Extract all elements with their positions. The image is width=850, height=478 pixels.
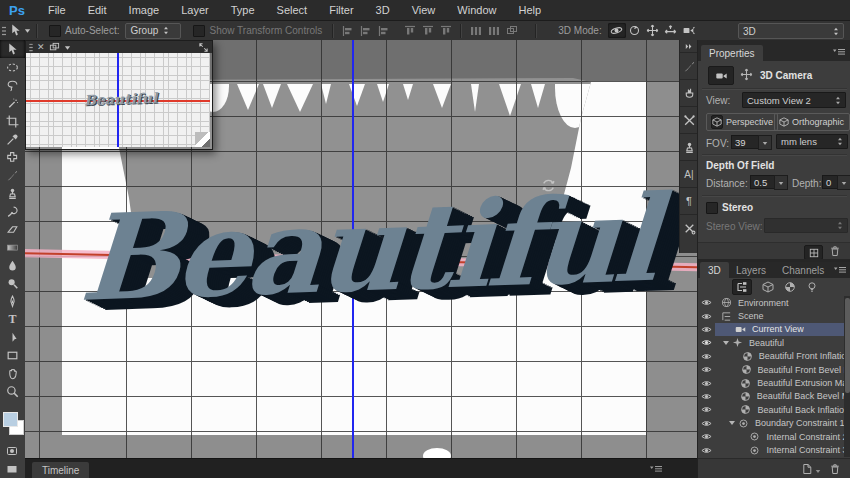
depth-stepper-button[interactable] — [837, 175, 850, 190]
tool-preset-caret-icon[interactable] — [24, 27, 31, 34]
options-grip-icon[interactable] — [2, 26, 6, 36]
brush-presets-button[interactable] — [680, 79, 697, 106]
stereo-checkbox[interactable] — [706, 202, 718, 214]
visibility-eye-icon[interactable] — [698, 297, 715, 308]
perspective-button[interactable]: Perspective — [706, 113, 778, 131]
scrollbar-thumb[interactable] — [845, 298, 850, 393]
brush-panel-button[interactable] — [680, 52, 697, 79]
delete-icon[interactable] — [829, 245, 841, 257]
3d-orbit-mode-button[interactable] — [608, 23, 626, 38]
tree-row-material[interactable]: Beautiful Front Bevel Mat... — [698, 363, 844, 376]
tree-row-material[interactable]: Beautiful Back Inflation M... — [698, 403, 844, 416]
move-tool-preset-icon[interactable] — [9, 24, 22, 37]
menu-image[interactable]: Image — [118, 4, 171, 16]
clone-source-button[interactable] — [680, 133, 697, 160]
distribute-horizontal-icon[interactable] — [470, 25, 482, 37]
expand-panels-button[interactable] — [680, 40, 697, 52]
secondary-view-close-icon[interactable]: ✕ — [37, 43, 45, 52]
auto-select-target-dropdown[interactable]: Group — [125, 23, 181, 39]
tree-row-beautiful[interactable]: Beautiful — [698, 336, 844, 349]
tool-presets-button[interactable] — [680, 214, 697, 241]
secondary-view-expand-icon[interactable] — [198, 42, 209, 53]
visibility-eye-icon[interactable] — [698, 404, 715, 415]
orthographic-button[interactable]: Orthographic — [774, 113, 850, 131]
marquee-tool[interactable] — [0, 58, 25, 76]
tab-properties[interactable]: Properties — [701, 45, 763, 61]
menu-window[interactable]: Window — [446, 4, 507, 16]
auto-select-checkbox[interactable] — [49, 25, 61, 37]
3d-dolly-mode-button[interactable] — [680, 23, 698, 38]
visibility-eye-icon[interactable] — [698, 431, 715, 442]
tab-layers[interactable]: Layers — [728, 262, 774, 278]
visibility-eye-icon[interactable] — [698, 418, 715, 429]
view-select[interactable]: Custom View 2 — [742, 92, 846, 108]
delete-item-icon[interactable] — [829, 463, 841, 475]
filter-scene-button[interactable] — [732, 279, 752, 295]
show-transform-checkbox[interactable] — [193, 25, 205, 37]
new-item-caret-icon[interactable] — [815, 468, 821, 474]
eyedropper-tool[interactable] — [0, 130, 25, 148]
align-vertical-centers-icon[interactable] — [422, 25, 434, 37]
visibility-eye-icon[interactable] — [698, 364, 715, 375]
hand-tool[interactable] — [0, 364, 25, 382]
collapse-caret-icon[interactable] — [729, 421, 735, 425]
3d-panel-menu-icon[interactable] — [833, 266, 847, 274]
visibility-eye-icon[interactable] — [698, 324, 715, 335]
secondary-view-caret-icon[interactable] — [64, 44, 71, 51]
tree-row-material[interactable]: Beautiful Extrusion Material — [698, 376, 844, 389]
tab-channels[interactable]: Channels — [774, 262, 832, 278]
camera-pan-icon[interactable] — [740, 68, 753, 81]
healing-brush-tool[interactable] — [0, 148, 25, 166]
filter-meshes-icon[interactable] — [762, 281, 774, 293]
properties-panel-menu-icon[interactable] — [832, 48, 846, 56]
menu-help[interactable]: Help — [507, 4, 552, 16]
tree-row-current-view[interactable]: Current View — [698, 323, 844, 336]
visibility-eye-icon[interactable] — [698, 391, 715, 402]
3d-rotate-gizmo-icon[interactable] — [541, 178, 556, 193]
distribute-vertical-icon[interactable] — [488, 25, 500, 37]
3d-pan-mode-button[interactable] — [644, 23, 662, 38]
menu-layer[interactable]: Layer — [170, 4, 220, 16]
distribute-spacing-icon[interactable] — [506, 25, 518, 37]
path-selection-tool[interactable] — [0, 328, 25, 346]
visibility-eye-icon[interactable] — [698, 351, 715, 362]
3d-roll-mode-button[interactable] — [626, 23, 644, 38]
paragraph-panel-button[interactable]: ¶ — [680, 187, 697, 214]
quick-selection-tool[interactable] — [0, 94, 25, 112]
lasso-tool[interactable] — [0, 76, 25, 94]
fov-stepper-button[interactable] — [758, 135, 772, 150]
align-bottom-edges-icon[interactable] — [440, 25, 452, 37]
styles-panel-button[interactable] — [680, 106, 697, 133]
tab-timeline[interactable]: Timeline — [32, 462, 89, 478]
tree-row-material[interactable]: Beautiful Back Bevel Mate... — [698, 390, 844, 403]
crop-tool[interactable] — [0, 112, 25, 130]
tree-row-internal-constraint[interactable]: Internal Constraint 2 — [698, 430, 844, 443]
tree-row-scene[interactable]: Scene — [698, 309, 844, 322]
quick-mask-button[interactable] — [0, 442, 25, 460]
move-tool[interactable] — [0, 40, 25, 58]
foreground-color-swatch[interactable] — [3, 412, 18, 427]
pen-tool[interactable] — [0, 292, 25, 310]
secondary-view-titlebar[interactable]: ✕ — [26, 41, 212, 53]
screen-mode-button[interactable] — [0, 460, 25, 478]
swap-views-icon[interactable] — [49, 42, 60, 53]
clone-stamp-tool[interactable] — [0, 184, 25, 202]
canvas-viewport[interactable]: Beautiful ✕ Beautiful — [25, 40, 697, 458]
visibility-eye-icon[interactable] — [698, 445, 715, 456]
align-left-edges-icon[interactable] — [342, 25, 354, 37]
menu-filter[interactable]: Filter — [318, 4, 364, 16]
eraser-tool[interactable] — [0, 220, 25, 238]
zoom-tool[interactable] — [0, 382, 25, 400]
align-horizontal-centers-icon[interactable] — [360, 25, 372, 37]
3d-slide-mode-button[interactable] — [662, 23, 680, 38]
fov-value-field[interactable]: 39 — [731, 135, 761, 149]
workspace-switcher-dropdown[interactable]: 3D — [738, 23, 844, 39]
menu-view[interactable]: View — [401, 4, 447, 16]
lens-select[interactable]: mm lens — [776, 134, 848, 149]
timeline-panel-menu-icon[interactable] — [649, 465, 663, 473]
align-right-edges-icon[interactable] — [378, 25, 390, 37]
blur-tool[interactable] — [0, 256, 25, 274]
secondary-view-window[interactable]: ✕ Beautiful — [25, 40, 213, 150]
tree-row-boundary-constraint[interactable]: Boundary Constraint 1 — [698, 417, 844, 430]
tree-row-environment[interactable]: Environment — [698, 296, 844, 309]
